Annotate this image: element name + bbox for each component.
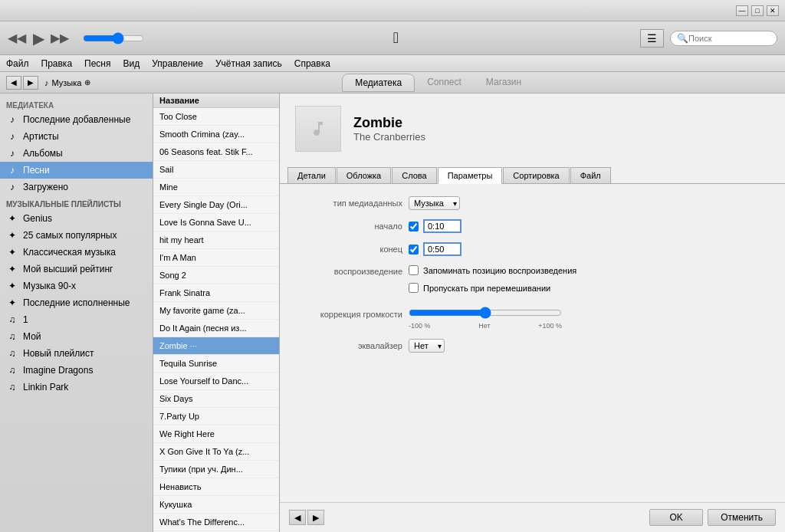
media-type-row: тип медиаданных Музыка xyxy=(295,196,770,210)
nav-forward[interactable]: ▶ xyxy=(23,76,38,90)
sidebar-label-1: 1 xyxy=(23,314,28,325)
close-button[interactable]: ✕ xyxy=(767,5,779,16)
media-type-select-wrapper: Музыка xyxy=(409,196,460,210)
equalizer-select[interactable]: Нет xyxy=(409,339,445,353)
list-item[interactable]: We Right Here xyxy=(153,425,279,443)
list-item[interactable]: Love Is Gonna Save U... xyxy=(153,214,279,232)
list-item[interactable]: What's The Differenc... xyxy=(153,514,279,531)
list-item[interactable]: Tequila Sunrise xyxy=(153,355,279,373)
menu-view[interactable]: Вид xyxy=(123,58,140,69)
window-controls[interactable]: — □ ✕ xyxy=(736,5,779,16)
list-item[interactable]: Do It Again (песня из... xyxy=(153,320,279,337)
sidebar-item-linkin[interactable]: ♫ Linkin Park xyxy=(0,379,153,396)
tab-lyrics[interactable]: Слова xyxy=(392,167,436,183)
tab-sorting[interactable]: Сортировка xyxy=(503,167,569,183)
menu-song[interactable]: Песня xyxy=(84,58,110,69)
search-icon: 🔍 xyxy=(677,33,688,44)
playback-options: Запоминать позицию воспроизведения Пропу… xyxy=(409,265,576,297)
list-item[interactable]: 7.Party Up xyxy=(153,408,279,425)
tab-artwork[interactable]: Обложка xyxy=(337,167,391,183)
remember-pos-label: Запоминать позицию воспроизведения xyxy=(423,266,576,275)
sidebar-label-recent-played: Последние исполненные xyxy=(23,297,130,308)
list-item[interactable]: hit my heart xyxy=(153,232,279,249)
sidebar-item-songs[interactable]: ♪ Песни xyxy=(0,162,153,179)
sidebar-item-recent-played[interactable]: ✦ Последние исполненные xyxy=(0,294,153,311)
menu-account[interactable]: Учётная запись xyxy=(215,58,282,69)
play-button[interactable]: ▶ xyxy=(29,29,48,48)
volume-correction-slider[interactable] xyxy=(409,307,562,319)
tab-details[interactable]: Детали xyxy=(287,167,336,183)
list-item[interactable]: Frank Sinatra xyxy=(153,284,279,302)
end-checkbox[interactable] xyxy=(409,245,419,255)
start-checkbox[interactable] xyxy=(409,222,419,232)
sidebar-label-toprated: Мой высший рейтинг xyxy=(23,264,113,274)
list-item[interactable]: Smooth Crimina (zay... xyxy=(153,126,279,143)
footer-prev-button[interactable]: ◀ xyxy=(289,510,306,525)
list-item[interactable]: 06 Seasons feat. Stik F... xyxy=(153,143,279,161)
list-item[interactable]: Song 2 xyxy=(153,267,279,284)
tab-connect[interactable]: Connect xyxy=(415,74,474,92)
music-icon: ♪ xyxy=(44,78,49,87)
list-item[interactable]: Six Days xyxy=(153,390,279,408)
footer-next-button[interactable]: ▶ xyxy=(307,510,324,525)
sidebar-item-artists[interactable]: ♪ Артисты xyxy=(0,128,153,145)
menu-file[interactable]: Файл xyxy=(6,58,29,69)
tab-params[interactable]: Параметры xyxy=(438,167,503,184)
end-time-input[interactable] xyxy=(423,242,461,256)
list-item[interactable]: Кукушка xyxy=(153,496,279,514)
remember-pos-checkbox[interactable] xyxy=(409,265,419,275)
cancel-button[interactable]: Отменить xyxy=(708,509,776,526)
list-view-button[interactable]: ☰ xyxy=(640,29,664,48)
sidebar-item-90s[interactable]: ✦ Музыка 90-х xyxy=(0,277,153,294)
tab-content-params: тип медиаданных Музыка начало xyxy=(280,184,785,374)
sidebar-item-moy[interactable]: ♫ Мой xyxy=(0,328,153,345)
maximize-button[interactable]: □ xyxy=(751,5,764,16)
list-item[interactable]: Every Single Day (Ori... xyxy=(153,196,279,214)
minimize-button[interactable]: — xyxy=(736,5,748,16)
sidebar-item-imagine[interactable]: ♫ Imagine Dragons xyxy=(0,362,153,379)
list-item[interactable]: Sail xyxy=(153,161,279,179)
sidebar-item-1[interactable]: ♫ 1 xyxy=(0,311,153,328)
vol-minus-label: -100 % xyxy=(409,322,431,330)
list-item-active[interactable]: Zombie ··· xyxy=(153,337,279,355)
menu-help[interactable]: Справка xyxy=(294,58,330,69)
sidebar-item-top25[interactable]: ✦ 25 самых популярных xyxy=(0,227,153,244)
ok-button[interactable]: OK xyxy=(649,509,703,526)
list-item[interactable]: Тупики (при уч. Дин... xyxy=(153,461,279,478)
nav-back[interactable]: ◀ xyxy=(6,76,21,90)
tab-store[interactable]: Магазин xyxy=(474,74,534,92)
volume-slider[interactable] xyxy=(83,32,144,44)
list-item[interactable]: I'm A Man xyxy=(153,249,279,267)
sidebar-item-recent[interactable]: ♪ Последние добавленные xyxy=(0,111,153,128)
list-item[interactable]: Lose Yourself to Danc... xyxy=(153,373,279,390)
tab-library[interactable]: Медиатека xyxy=(342,74,415,92)
prev-button[interactable]: ◀◀ xyxy=(8,29,26,48)
media-type-select[interactable]: Музыка xyxy=(409,196,460,210)
skip-shuffle-label: Пропускать при перемешивании xyxy=(423,284,550,293)
end-value xyxy=(409,242,461,256)
sidebar-item-classical[interactable]: ✦ Классическая музыка xyxy=(0,244,153,261)
recent-played-icon: ✦ xyxy=(6,297,18,309)
nav-arrows: ◀ ▶ xyxy=(6,76,38,90)
detail-panel: Zombie The Cranberries Детали Обложка Сл… xyxy=(280,94,785,532)
skip-shuffle-checkbox[interactable] xyxy=(409,283,419,293)
sidebar-item-toprated[interactable]: ✦ Мой высший рейтинг xyxy=(0,261,153,277)
sidebar-item-genius[interactable]: ✦ Genius xyxy=(0,210,153,227)
list-item[interactable]: Too Close xyxy=(153,108,279,126)
detail-footer: ◀ ▶ OK Отменить xyxy=(280,502,785,532)
sidebar-item-new-playlist[interactable]: ♫ Новый плейлист xyxy=(0,345,153,362)
next-button[interactable]: ▶▶ xyxy=(51,29,69,48)
menu-edit[interactable]: Правка xyxy=(41,58,73,69)
list-item[interactable]: X Gon Give It To Ya (z... xyxy=(153,443,279,461)
list-item[interactable]: Ненависть xyxy=(153,478,279,496)
sidebar-item-albums[interactable]: ♪ Альбомы xyxy=(0,145,153,162)
recent-icon: ♪ xyxy=(6,113,18,126)
search-input[interactable] xyxy=(688,34,770,43)
tab-file[interactable]: Файл xyxy=(570,167,611,183)
sidebar-item-downloaded[interactable]: ♪ Загружено xyxy=(0,179,153,195)
list-item[interactable]: Mine xyxy=(153,179,279,196)
start-time-input[interactable] xyxy=(423,219,461,233)
menu-controls[interactable]: Управление xyxy=(152,58,203,69)
sidebar-label-recent: Последние добавленные xyxy=(23,114,130,125)
list-item[interactable]: My favorite game (za... xyxy=(153,302,279,320)
